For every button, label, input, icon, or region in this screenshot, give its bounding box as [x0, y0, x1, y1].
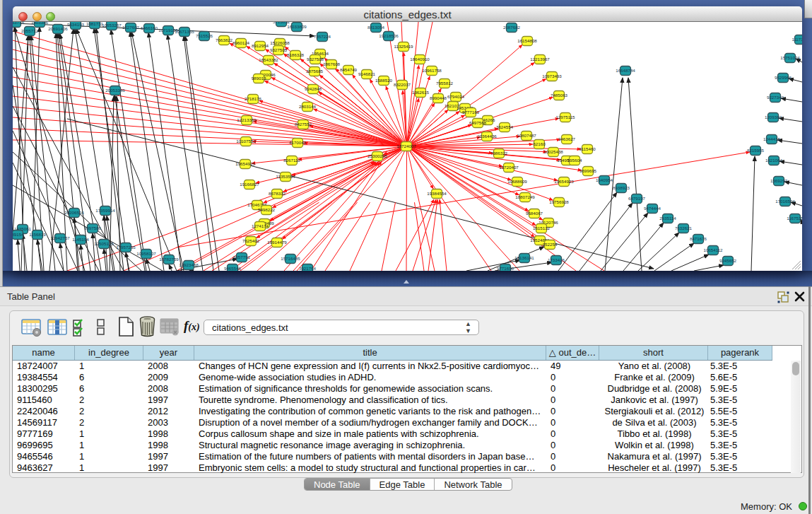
svg-text:9771690: 9771690: [497, 266, 514, 271]
svg-text:10025438: 10025438: [543, 149, 563, 154]
svg-text:11353594: 11353594: [276, 174, 295, 179]
svg-text:15751024: 15751024: [780, 55, 800, 60]
svg-text:19654923: 19654923: [554, 179, 574, 184]
svg-text:6497568: 6497568: [469, 120, 487, 125]
svg-text:12975115: 12975115: [555, 115, 575, 119]
svg-text:8322037: 8322037: [394, 82, 411, 87]
svg-text:9684067: 9684067: [526, 211, 543, 216]
svg-text:6479197: 6479197: [628, 196, 646, 201]
svg-text:2063718: 2063718: [13, 22, 25, 25]
svg-text:18640910: 18640910: [410, 57, 430, 62]
svg-text:5498222: 5498222: [258, 207, 276, 212]
svg-text:9327508: 9327508: [307, 57, 324, 62]
svg-text:9474444: 9474444: [644, 206, 661, 211]
svg-text:8186328: 8186328: [287, 52, 305, 57]
svg-text:39154: 39154: [13, 232, 24, 237]
svg-text:1081731: 1081731: [86, 22, 104, 26]
svg-text:1274174: 1274174: [252, 223, 269, 228]
svg-text:1615132: 1615132: [533, 226, 551, 230]
svg-text:1167535: 1167535: [787, 216, 802, 221]
svg-text:1117325: 1117325: [792, 37, 802, 42]
svg-text:7515526: 7515526: [196, 33, 213, 38]
svg-text:18724007: 18724007: [396, 144, 416, 148]
svg-text:8454749: 8454749: [340, 67, 358, 72]
svg-text:20206516: 20206516: [64, 210, 84, 215]
svg-text:16154808: 16154808: [517, 38, 537, 43]
svg-text:9657791: 9657791: [233, 255, 251, 259]
svg-text:7625402: 7625402: [242, 238, 260, 243]
svg-text:8990448: 8990448: [430, 95, 447, 100]
svg-text:8912954: 8912954: [252, 43, 269, 48]
svg-text:10973493: 10973493: [542, 74, 562, 78]
svg-text:1588520: 1588520: [375, 78, 393, 83]
svg-text:8267110: 8267110: [283, 158, 300, 163]
svg-text:7485063: 7485063: [551, 93, 568, 98]
svg-text:252254: 252254: [543, 242, 558, 247]
svg-text:19384554: 19384554: [427, 191, 447, 196]
svg-text:2087682: 2087682: [503, 25, 521, 30]
svg-text:10653267: 10653267: [102, 23, 122, 28]
svg-text:9242848: 9242848: [305, 86, 322, 91]
svg-text:9634193: 9634193: [67, 22, 85, 27]
svg-text:2055712: 2055712: [21, 28, 39, 33]
svg-text:1733426: 1733426: [548, 257, 565, 262]
svg-text:7955812: 7955812: [436, 81, 454, 86]
svg-text:12942757: 12942757: [50, 235, 70, 240]
svg-text:9146821: 9146821: [358, 71, 376, 76]
svg-text:62160: 62160: [533, 141, 546, 146]
svg-text:25300295: 25300295: [367, 153, 387, 158]
svg-text:9227342: 9227342: [767, 95, 784, 100]
svg-text:16782759: 16782759: [159, 257, 179, 262]
svg-text:8678332: 8678332: [269, 191, 286, 196]
svg-text:2935114: 2935114: [659, 216, 676, 221]
svg-text:9463627: 9463627: [558, 136, 576, 141]
svg-text:2803144: 2803144: [299, 104, 317, 109]
svg-text:1569297: 1569297: [770, 178, 788, 183]
svg-text:18807249: 18807249: [515, 194, 535, 199]
svg-text:8215955: 8215955: [747, 148, 765, 153]
svg-text:1145194: 1145194: [72, 237, 89, 242]
svg-text:16033809: 16033809: [287, 24, 307, 29]
svg-text:1362615: 1362615: [412, 90, 430, 95]
svg-text:1527602: 1527602: [122, 25, 140, 30]
svg-text:6794024: 6794024: [447, 94, 465, 99]
svg-text:10958107: 10958107: [136, 251, 156, 256]
svg-text:12213369: 12213369: [237, 117, 257, 122]
svg-text:17957255: 17957255: [116, 245, 136, 250]
svg-text:7357224: 7357224: [314, 34, 331, 39]
svg-text:1156819: 1156819: [29, 232, 46, 237]
svg-text:9777169: 9777169: [462, 110, 480, 115]
svg-text:9465546: 9465546: [224, 266, 242, 271]
svg-text:19166827: 19166827: [240, 182, 259, 187]
svg-text:12923468: 12923468: [179, 262, 199, 267]
svg-text:20053346: 20053346: [105, 88, 125, 93]
svg-text:10807487: 10807487: [517, 133, 536, 138]
svg-text:16914479: 16914479: [267, 240, 287, 245]
svg-text:19218506: 19218506: [379, 33, 399, 38]
svg-text:10107553: 10107553: [236, 139, 256, 144]
svg-text:1903386: 1903386: [31, 22, 49, 25]
svg-text:16543382: 16543382: [259, 57, 278, 62]
svg-text:8813054: 8813054: [367, 25, 385, 30]
svg-text:9529966: 9529966: [775, 75, 792, 80]
svg-text:9699695: 9699695: [579, 168, 597, 173]
svg-text:15716485: 15716485: [281, 256, 300, 261]
svg-text:11325419: 11325419: [394, 44, 413, 49]
svg-text:10688609: 10688609: [507, 179, 527, 184]
svg-text:15720407: 15720407: [499, 165, 519, 170]
svg-text:3624554: 3624554: [496, 124, 514, 129]
svg-text:3921764: 3921764: [299, 266, 317, 271]
svg-text:10671355: 10671355: [175, 29, 194, 34]
svg-text:4170043: 4170043: [289, 140, 307, 145]
svg-text:1209382: 1209382: [765, 115, 782, 119]
svg-text:1244415: 1244415: [763, 136, 781, 141]
svg-text:10654112: 10654112: [703, 247, 723, 252]
svg-text:8427552: 8427552: [295, 122, 312, 127]
svg-text:20691406: 20691406: [48, 26, 68, 31]
svg-text:8471676: 8471676: [690, 236, 707, 241]
svg-text:9327505: 9327505: [270, 47, 288, 52]
svg-text:2718176: 2718176: [245, 96, 262, 101]
svg-text:3875685: 3875685: [306, 69, 324, 74]
svg-text:12213967: 12213967: [530, 57, 550, 62]
svg-text:19756928: 19756928: [549, 199, 569, 204]
